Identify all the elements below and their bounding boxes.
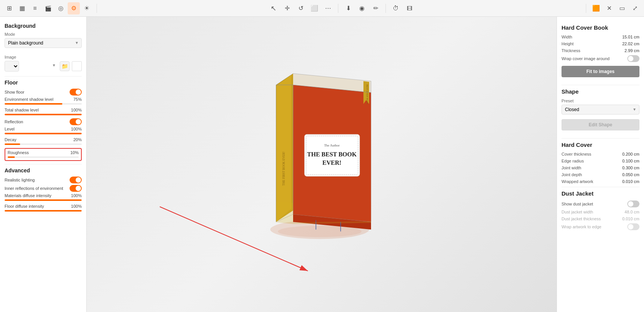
dust-thickness-row: Dust jacket thickness 0.010 cm <box>562 216 639 221</box>
wrap-artwork-toggle[interactable] <box>627 223 639 230</box>
box3d-button[interactable]: 🟧 <box>590 2 602 14</box>
sep1 <box>97 4 97 13</box>
height-value: 22.02 cm <box>622 41 639 46</box>
level-slider[interactable] <box>5 133 82 134</box>
thickness-value: 2.99 cm <box>625 48 639 53</box>
book-title: Hard Cover Book <box>562 24 639 31</box>
preset-label: Preset <box>562 99 639 103</box>
joint-width-row: Joint width 0.300 cm <box>562 166 639 170</box>
move-button[interactable]: ✛ <box>281 2 293 14</box>
joint-width-value: 0.300 cm <box>622 166 639 170</box>
menu-button[interactable]: ≡ <box>29 2 41 14</box>
roughness-slider[interactable] <box>8 156 79 158</box>
sep3 <box>385 4 386 13</box>
joint-width-label: Joint width <box>562 166 581 170</box>
decay-slider[interactable] <box>5 143 82 145</box>
advanced-title: Advanced <box>5 167 82 174</box>
show-dust-toggle[interactable] <box>627 201 639 207</box>
width-row: Width 15.01 cm <box>562 35 639 39</box>
fit-to-images-button[interactable]: Fit to images <box>562 66 639 77</box>
total-shadow-row: Total shadow level 100% <box>5 108 82 112</box>
edge-radius-row: Edge radius 0.100 cm <box>562 159 639 163</box>
cover-thickness-value: 0.200 cm <box>622 152 639 156</box>
mode-select[interactable]: Plain background Gradient Image None <box>5 38 82 48</box>
screen-button[interactable]: ⬜ <box>308 2 320 14</box>
env-shadow-value: 75% <box>73 97 82 102</box>
floor-diff-slider[interactable] <box>5 210 82 212</box>
decay-row: Decay 20% <box>5 137 82 142</box>
reflection-row: Reflection <box>5 118 82 125</box>
import-button[interactable]: ⬇ <box>342 2 354 14</box>
view-button[interactable]: ◉ <box>356 2 368 14</box>
width-label: Width <box>562 35 572 39</box>
floor-diff-row: Floor diffuse intensity 100% <box>5 204 82 209</box>
book-glow <box>278 226 362 237</box>
roughness-box: Roughness 10% <box>5 148 82 161</box>
left-panel: Background Mode Plain background Gradien… <box>0 17 87 312</box>
realistic-row: Realistic lighting <box>5 177 82 183</box>
wrap-toggle[interactable] <box>627 55 639 62</box>
video-button[interactable]: 🎬 <box>42 2 54 14</box>
joint-depth-value: 0.050 cm <box>622 172 639 177</box>
rotate-button[interactable]: ↺ <box>295 2 307 14</box>
joint-depth-row: Joint depth 0.050 cm <box>562 172 639 177</box>
wrapped-art-row: Wrapped artwork 0.010 cm <box>562 179 639 184</box>
panel-button[interactable]: ▭ <box>616 2 628 14</box>
target-button[interactable]: ◎ <box>55 2 67 14</box>
toolbar-group-left: ⊞ ▦ ≡ 🎬 ◎ ⚙ ☀ <box>3 2 93 14</box>
preset-select[interactable]: Closed Open Half open <box>562 105 639 115</box>
settings-button[interactable]: ⚙ <box>68 2 80 14</box>
svg-marker-4 <box>293 202 371 222</box>
book-label: The Author THE BEST BOOK EVER! <box>305 134 360 176</box>
grid-button[interactable]: ▦ <box>16 2 28 14</box>
bookmark-text: BEST EVER BOOK <box>366 84 368 105</box>
divider2 <box>5 164 82 164</box>
sun-button[interactable]: ☀ <box>81 2 93 14</box>
mat-diff-fill <box>5 199 82 201</box>
dust-jacket-title: Dust Jacket <box>562 190 639 197</box>
wrap-artwork-label: Wrap artwork to edge <box>562 224 601 229</box>
wrapped-art-value: 0.010 cm <box>622 179 639 184</box>
edge-radius-label: Edge radius <box>562 159 584 163</box>
thickness-row: Thickness 2.99 cm <box>562 48 639 53</box>
image-select[interactable] <box>5 61 19 72</box>
resize-button[interactable]: ⤢ <box>629 2 641 14</box>
cover-thickness-row: Cover thickness 0.200 cm <box>562 152 639 156</box>
show-dust-row: Show dust jacket <box>562 201 639 207</box>
floor-diff-label: Floor diffuse intensity <box>5 204 44 209</box>
cursor-button[interactable]: ↖ <box>267 2 279 14</box>
label-title2: EVER! <box>322 159 341 166</box>
inner-ref-toggle[interactable] <box>70 185 82 192</box>
total-shadow-label: Total shadow level <box>5 108 39 112</box>
env-shadow-slider[interactable] <box>5 103 82 105</box>
show-floor-label: Show floor <box>5 90 24 94</box>
mat-diff-label: Materials diffuse intensity <box>5 193 51 198</box>
reflection-toggle[interactable] <box>70 118 82 125</box>
mat-diff-row: Materials diffuse intensity 100% <box>5 193 82 198</box>
realistic-label: Realistic lighting <box>5 178 35 182</box>
roughness-value: 10% <box>70 150 79 155</box>
clock-button[interactable]: ⏱ <box>390 2 402 14</box>
show-floor-row: Show floor <box>5 89 82 96</box>
folder-button[interactable]: 📁 <box>60 61 70 71</box>
hard-cover-title: Hard Cover <box>562 142 639 148</box>
realistic-toggle[interactable] <box>70 177 82 183</box>
label-title1: THE BEST BOOK <box>307 151 357 158</box>
add-button[interactable]: ⊞ <box>3 2 15 14</box>
edit-shape-button[interactable]: Edit Shape <box>562 119 639 131</box>
close-icon-button[interactable]: ✕ <box>603 2 615 14</box>
level-value: 100% <box>71 127 82 131</box>
joint-depth-label: Joint depth <box>562 172 582 177</box>
sep2 <box>338 4 338 13</box>
inner-ref-row: Inner reflections of environment <box>5 185 82 192</box>
pen-button[interactable]: ✏ <box>370 2 382 14</box>
nodes-button[interactable]: ⋯ <box>322 2 334 14</box>
mat-diff-slider[interactable] <box>5 199 82 201</box>
total-shadow-slider[interactable] <box>5 114 82 115</box>
show-floor-toggle[interactable] <box>70 89 82 96</box>
show-dust-label: Show dust jacket <box>562 202 593 206</box>
label-author: The Author <box>324 143 339 147</box>
level-label: Level <box>5 127 14 131</box>
main-layout: Background Mode Plain background Gradien… <box>0 17 644 312</box>
film-button[interactable]: 🎞 <box>403 2 416 14</box>
